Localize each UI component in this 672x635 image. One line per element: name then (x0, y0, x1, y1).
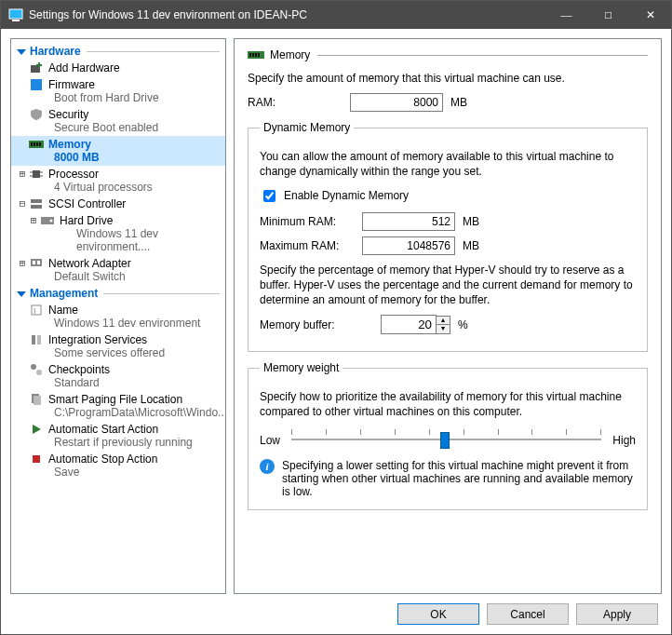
tree-firmware[interactable]: Firmware Boot from Hard Drive (11, 76, 225, 106)
tree-autostop[interactable]: Automatic Stop Action Save (11, 451, 225, 480)
settings-window: Settings for Windows 11 dev environment … (0, 0, 672, 635)
weight-info-text: Specifying a lower setting for this virt… (282, 459, 636, 498)
max-ram-input[interactable] (362, 236, 455, 255)
svg-rect-20 (31, 259, 42, 266)
dialog-footer: OK Cancel Apply (1, 594, 671, 634)
svg-rect-11 (33, 170, 40, 178)
collapse-icon[interactable]: ⊟ (17, 197, 28, 210)
add-hardware-icon (28, 61, 45, 74)
section-management[interactable]: Management (11, 285, 225, 302)
expand-icon[interactable]: ⊞ (17, 168, 28, 181)
processor-icon (28, 168, 45, 181)
svg-rect-4 (36, 64, 42, 66)
cancel-button[interactable]: Cancel (487, 603, 569, 625)
buffer-spinner[interactable]: ▲▼ (437, 316, 450, 334)
shield-icon (28, 108, 45, 121)
svg-rect-8 (34, 142, 35, 146)
memory-weight-group: Memory weight Specify how to prioritize … (248, 361, 648, 509)
ram-label: RAM: (248, 96, 350, 109)
svg-rect-10 (39, 142, 41, 146)
tree-network[interactable]: ⊞ Network Adapter Default Switch (11, 255, 225, 285)
network-icon (28, 257, 45, 270)
start-action-icon (28, 423, 45, 436)
tree-memory[interactable]: Memory 8000 MB (11, 136, 225, 166)
ok-button[interactable]: OK (397, 603, 479, 625)
svg-rect-1 (12, 20, 20, 21)
firmware-icon (28, 78, 45, 91)
maximize-button[interactable]: □ (587, 1, 629, 29)
tree-autostart[interactable]: Automatic Start Action Restart if previo… (11, 421, 225, 451)
ram-unit: MB (450, 96, 467, 109)
integration-icon (28, 333, 45, 346)
tree-security[interactable]: Security Secure Boot enabled (11, 106, 225, 136)
titlebar: Settings for Windows 11 dev environment … (1, 1, 671, 29)
stop-action-icon (28, 453, 45, 466)
tree-processor[interactable]: ⊞ Processor 4 Virtual processors (11, 166, 225, 196)
memory-icon (28, 140, 45, 149)
svg-point-27 (31, 364, 36, 370)
dynamic-memory-group: Dynamic Memory You can allow the amount … (248, 121, 648, 352)
min-ram-input[interactable] (362, 212, 455, 231)
nav-tree: Hardware Add Hardware Firmware Boot from… (10, 38, 226, 594)
svg-rect-32 (33, 455, 40, 463)
svg-rect-7 (31, 142, 33, 146)
panel-heading: Memory (270, 48, 310, 61)
svg-rect-37 (258, 53, 260, 57)
ram-input[interactable] (350, 93, 443, 112)
svg-rect-0 (9, 9, 22, 19)
expand-icon[interactable]: ⊞ (17, 257, 28, 270)
memory-panel: Memory Specify the amount of memory that… (234, 38, 662, 594)
checkpoints-icon (28, 363, 45, 376)
hard-drive-icon (39, 216, 56, 225)
slider-low-label: Low (260, 434, 280, 447)
svg-rect-25 (32, 335, 35, 345)
paging-icon (28, 393, 45, 406)
svg-rect-30 (34, 396, 41, 405)
tree-paging[interactable]: Smart Paging File Location C:\ProgramDat… (11, 391, 225, 421)
svg-text:I: I (34, 306, 36, 316)
enable-dynamic-label: Enable Dynamic Memory (284, 189, 409, 202)
svg-point-28 (36, 370, 42, 375)
svg-rect-5 (31, 79, 42, 90)
section-hardware[interactable]: Hardware (11, 43, 225, 60)
minimize-button[interactable]: — (545, 1, 587, 29)
weight-slider[interactable] (291, 429, 601, 452)
svg-rect-21 (33, 261, 35, 264)
tree-hard-drive[interactable]: ⊞ Hard Drive Windows 11 dev environment.… (11, 212, 225, 255)
svg-rect-16 (31, 199, 42, 203)
tree-integration[interactable]: Integration Services Some services offer… (11, 331, 225, 361)
vm-settings-icon (8, 7, 23, 22)
min-ram-label: Minimum RAM: (260, 215, 362, 228)
apply-button[interactable]: Apply (576, 603, 658, 625)
max-ram-label: Maximum RAM: (260, 239, 362, 252)
tree-add-hardware[interactable]: Add Hardware (11, 60, 225, 76)
expand-icon[interactable]: ⊞ (28, 214, 39, 227)
close-button[interactable]: ✕ (629, 1, 671, 29)
svg-rect-9 (36, 142, 38, 146)
tree-name[interactable]: I Name Windows 11 dev environment (11, 302, 225, 331)
svg-point-19 (50, 220, 53, 223)
window-title: Settings for Windows 11 dev environment … (29, 8, 545, 21)
tree-checkpoints[interactable]: Checkpoints Standard (11, 361, 225, 391)
dynamic-memory-legend: Dynamic Memory (260, 121, 354, 134)
tree-scsi[interactable]: ⊟ SCSI Controller (11, 196, 225, 212)
scsi-icon (28, 197, 45, 210)
svg-rect-22 (37, 261, 40, 264)
svg-rect-34 (249, 53, 251, 57)
buffer-label: Memory buffer: (260, 318, 381, 331)
svg-rect-17 (31, 205, 42, 209)
slider-high-label: High (612, 434, 636, 447)
memory-weight-legend: Memory weight (260, 361, 343, 374)
svg-marker-31 (33, 425, 41, 434)
buffer-input[interactable] (381, 315, 437, 334)
enable-dynamic-checkbox[interactable] (263, 190, 276, 202)
intro-text: Specify the amount of memory that this v… (248, 71, 648, 86)
svg-rect-35 (252, 53, 254, 57)
slider-thumb[interactable] (440, 432, 450, 449)
svg-rect-36 (255, 53, 257, 57)
info-icon: i (260, 459, 275, 474)
name-icon: I (28, 304, 45, 317)
memory-icon (248, 50, 264, 60)
svg-rect-26 (37, 335, 41, 345)
